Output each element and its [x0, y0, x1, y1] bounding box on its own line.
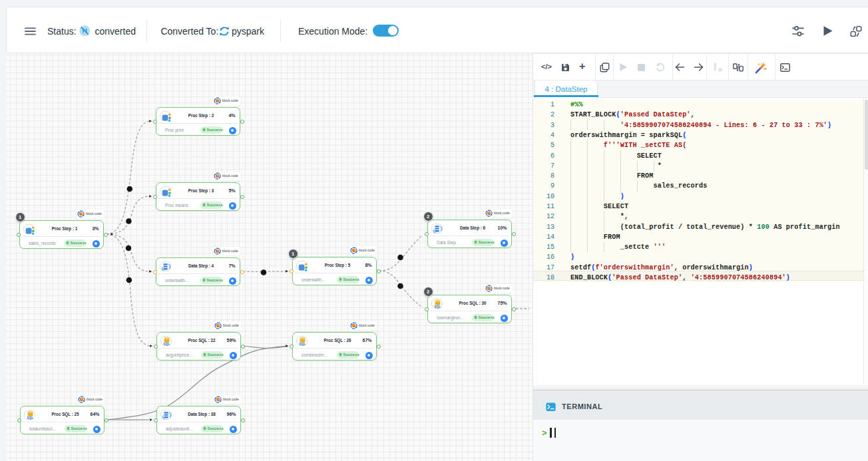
svg-text:SQL: SQL	[163, 343, 170, 346]
svg-text:SQL: SQL	[27, 416, 33, 420]
svg-text:SQL: SQL	[299, 343, 306, 346]
svg-text:SQL: SQL	[434, 305, 441, 309]
